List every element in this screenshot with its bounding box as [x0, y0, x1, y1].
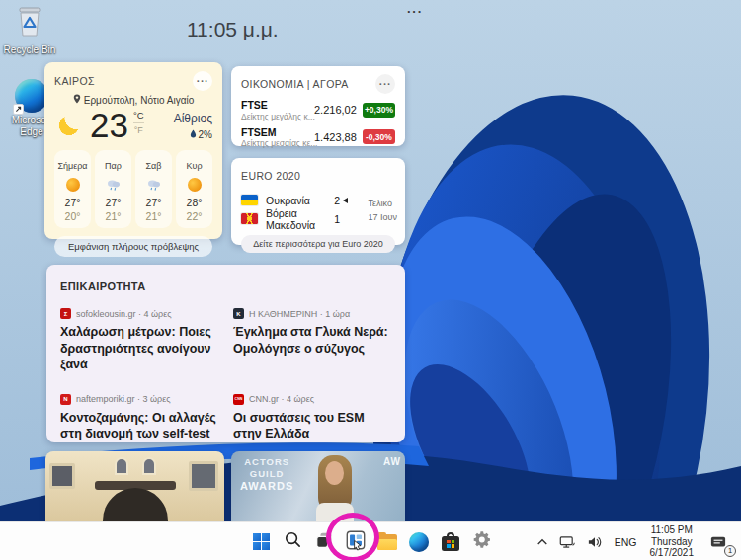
notification-count-badge: 1: [724, 545, 736, 557]
day-low: 22°: [176, 210, 212, 222]
windows-logo-icon: [253, 533, 270, 550]
match-status: Τελικό: [369, 198, 397, 211]
settings-button[interactable]: [471, 531, 493, 553]
news-article-3[interactable]: N naftemporiki.gr · 3 ώρες Κοντοζαμάνης:…: [60, 394, 218, 442]
news-article-4[interactable]: CNN CNN.gr · 4 ώρες Οι συστάσεις του ESM…: [233, 394, 391, 442]
article-headline: Χαλάρωση μέτρων: Ποιες δραστηριότητες αν…: [60, 324, 218, 373]
day-high: 27°: [54, 197, 91, 208]
stock-description: Δείκτης μεσαίας κε...: [241, 138, 314, 148]
edge-logo-icon: [15, 79, 48, 113]
day-low: 21°: [135, 210, 172, 222]
recycle-bin-label: Recycle Bin: [2, 44, 57, 56]
article-source: naftemporiki.gr · 3 ώρες: [76, 394, 171, 404]
team-name: Βόρεια Μακεδονία: [266, 207, 332, 231]
news-article-2[interactable]: Κ Η ΚΑΘΗΜΕΡΙΝΗ · 1 ώρα Έγκλημα στα Γλυκά…: [233, 308, 391, 373]
weather-condition: Αίθριος: [174, 112, 212, 125]
sag-text-fragment: AW: [383, 456, 401, 467]
day-name: Σήμερα: [57, 161, 87, 171]
stock-change-badge: +0,30%: [363, 103, 395, 118]
weather-more-icon[interactable]: ···: [193, 71, 212, 91]
sag-text-line3: AWARDS: [240, 480, 293, 494]
tray-clock[interactable]: 11:05 PM Thursday 6/17/2021: [647, 524, 698, 559]
news-article-1[interactable]: Σ sofokleousin.gr · 4 ώρες Χαλάρωση μέτρ…: [60, 308, 218, 373]
moon-icon: [56, 111, 84, 138]
article-source: CNN.gr · 4 ώρες: [249, 394, 314, 404]
widgets-button[interactable]: [345, 531, 367, 553]
task-view-button[interactable]: [313, 531, 335, 553]
unit-celsius[interactable]: °C: [133, 110, 144, 122]
forecast-day-sun[interactable]: Κυρ 28° 22°: [176, 150, 212, 228]
widgets-icon: [345, 529, 367, 555]
edge-button[interactable]: [408, 531, 430, 553]
weather-title: ΚΑΙΡΟΣ: [54, 75, 95, 87]
rain-cloud-icon: [95, 177, 131, 193]
recycle-bin-icon: [12, 25, 47, 41]
gear-icon: [472, 529, 493, 554]
start-button[interactable]: [250, 531, 272, 553]
day-low: 21°: [95, 210, 131, 222]
microsoft-store-button[interactable]: [440, 531, 461, 553]
sag-text-line2: GUILD: [240, 468, 293, 480]
desktop-icon-recycle-bin[interactable]: Recycle Bin: [2, 5, 57, 56]
language-indicator[interactable]: ENG: [612, 534, 640, 550]
stock-value: 1.423,88: [314, 131, 357, 143]
sports-title: EURO 2020: [241, 170, 300, 182]
day-low: 20°: [54, 210, 91, 222]
day-name: Παρ: [105, 161, 122, 171]
store-bag-icon: [442, 536, 459, 551]
photo-card-sag-awards[interactable]: ACTORS GUILD AWARDS AW: [231, 451, 405, 521]
forecast-day-today[interactable]: Σήμερα 27° 20°: [54, 150, 91, 228]
stock-symbol: FTSE: [241, 99, 314, 112]
team-score: 1: [332, 213, 340, 225]
network-icon[interactable]: [557, 533, 578, 551]
article-source: Η ΚΑΘΗΜΕΡΙΝΗ · 1 ώρα: [249, 309, 350, 319]
taskbar: ENG 11:05 PM Thursday 6/17/2021 1: [0, 521, 741, 560]
finance-widget-card: ΟΙΚΟΝΟΜΙΑ | ΑΓΟΡΑ ··· FTSE Δείκτης μεγάλ…: [231, 66, 405, 146]
finance-more-icon[interactable]: ···: [375, 74, 395, 94]
unit-fahrenheit[interactable]: °F: [133, 122, 144, 135]
photo-card-building[interactable]: [45, 451, 224, 521]
current-temperature: 23: [90, 108, 128, 142]
file-explorer-button[interactable]: [376, 531, 398, 553]
kathimerini-favicon: Κ: [233, 308, 244, 319]
precip-chance: 2%: [199, 129, 212, 140]
weather-widget-card: ΚΑΙΡΟΣ ··· Ερμούπολη, Νότιο Αιγαίο 23 °C…: [44, 62, 222, 239]
search-icon: [284, 530, 302, 553]
finance-title: ΟΙΚΟΝΟΜΙΑ | ΑΓΟΡΑ: [241, 78, 349, 90]
tray-chevron-up-icon[interactable]: [535, 535, 550, 548]
day-high: 27°: [135, 197, 172, 208]
forecast-day-fri[interactable]: Παρ 27° 21°: [95, 150, 131, 228]
match-row-north-macedonia[interactable]: Βόρεια Μακεδονία 1: [241, 209, 348, 228]
tray-date: 6/17/2021: [650, 547, 695, 559]
sports-see-more-button[interactable]: Δείτε περισσότερα για Euro 2020: [241, 235, 395, 253]
day-high: 28°: [176, 197, 212, 208]
sag-text-line1: ACTORS: [240, 456, 293, 468]
shortcut-arrow-icon: [13, 104, 24, 115]
news-title: ΕΠΙΚΑΙΡΟΤΗΤΑ: [60, 280, 145, 292]
match-date: 17 Ιουν: [369, 211, 397, 225]
weather-full-forecast-button[interactable]: Εμφάνιση πλήρους πρόβλεψης: [54, 236, 212, 257]
naftemporiki-favicon: N: [60, 394, 71, 405]
sofokleousin-favicon: Σ: [60, 308, 71, 319]
day-name: Σαβ: [146, 161, 162, 171]
stock-row-ftse[interactable]: FTSE Δείκτης μεγάλης κ... 2.216,02 +0,30…: [241, 99, 395, 121]
folder-icon: [377, 534, 397, 550]
ukraine-flag-icon: [241, 195, 258, 205]
raindrop-icon: [190, 129, 197, 140]
day-high: 27°: [95, 197, 131, 208]
day-name: Κυρ: [186, 161, 202, 171]
forecast-day-sat[interactable]: Σαβ 27° 21°: [135, 150, 172, 228]
sunny-icon: [176, 177, 212, 193]
volume-icon[interactable]: [585, 533, 605, 551]
notification-center-button[interactable]: 1: [707, 532, 729, 552]
tray-day: Thursday: [650, 536, 695, 548]
search-button[interactable]: [282, 531, 303, 553]
team-name: Ουκρανία: [266, 195, 332, 206]
widgets-panel-clock: 11:05 μ.μ.: [187, 18, 279, 41]
stock-row-ftsem[interactable]: FTSEM Δείκτης μεσαίας κε... 1.423,88 -0,…: [241, 126, 395, 149]
article-headline: Οι συστάσεις του ESM στην Ελλάδα: [233, 410, 391, 442]
sports-widget-card: EURO 2020 Ουκρανία 2 Βόρεια Μακεδονία 1 …: [231, 158, 405, 245]
tray-time: 11:05 PM: [650, 524, 695, 536]
edge-icon: [409, 532, 429, 552]
widgets-panel-more-icon[interactable]: ···: [407, 4, 423, 19]
